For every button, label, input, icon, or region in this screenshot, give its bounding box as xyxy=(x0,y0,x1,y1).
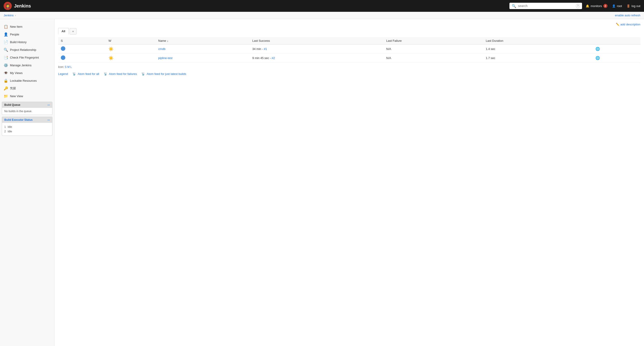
add-description-link[interactable]: ✏️ add description xyxy=(616,23,640,26)
icon-size-l[interactable]: L xyxy=(70,65,72,69)
people-icon: 👤 xyxy=(4,32,8,37)
sidebar-item-lockable-resources[interactable]: 🔒Lockable Resources xyxy=(0,77,54,85)
sidebar-item-new-view[interactable]: 📁New View xyxy=(0,92,54,100)
feed-latest-label: Atom feed for just latest builds xyxy=(146,72,186,76)
last-failure-text: N/A xyxy=(386,47,391,51)
row-actions-cell: 🌐 xyxy=(593,45,640,54)
rss-icon-3: 📡 xyxy=(141,72,145,76)
last-failure-cell: N/A xyxy=(384,54,483,63)
col-w: W xyxy=(106,37,156,45)
logout-icon: 🚪 xyxy=(626,4,630,8)
new-item-icon: 📋 xyxy=(4,24,8,29)
last-duration-text: 1.4 sec xyxy=(486,47,495,51)
feed-all-link[interactable]: 📡 Atom feed for all xyxy=(72,72,99,76)
sidebar-item-people[interactable]: 👤People xyxy=(0,31,54,38)
weather-icon: ☀️ xyxy=(108,47,114,52)
auto-refresh-button[interactable]: enable auto refresh xyxy=(615,14,640,17)
build-queue-header: Build Queue — xyxy=(2,102,52,108)
logout-button[interactable]: 🚪 log out xyxy=(626,4,640,8)
check-file-fingerprint-icon: 📑 xyxy=(4,55,8,60)
view-tabs: All+ xyxy=(58,28,640,35)
sidebar-label-manage-jenkins: Manage Jenkins xyxy=(10,64,32,67)
last-success-build-link[interactable]: #2 xyxy=(272,56,275,60)
search-help-icon[interactable]: ? xyxy=(576,4,580,8)
col-last-success: Last Success xyxy=(250,37,384,45)
tab-all[interactable]: All xyxy=(58,28,69,35)
icon-label: Icon: xyxy=(58,65,64,69)
feed-failures-link[interactable]: 📡 Atom feed for failures xyxy=(104,72,137,76)
main-content: ✏️ add description All+ S W Name ↓ Last … xyxy=(54,19,644,346)
icon-size-s[interactable]: S xyxy=(65,65,66,69)
sidebar-item-new-item[interactable]: 📋New Item xyxy=(0,23,54,31)
history-icon[interactable]: 🌐 xyxy=(596,56,600,60)
side-nav: 📋New Item👤People📄Build History🔍Project R… xyxy=(0,21,54,139)
user-button[interactable]: 👤 root xyxy=(612,4,622,8)
executor-num: 2 xyxy=(4,130,6,133)
header-actions: 🔔 monitors 2 👤 root 🚪 log out xyxy=(586,4,640,8)
search-input[interactable] xyxy=(518,4,574,8)
build-queue-body: No builds in the queue. xyxy=(2,108,52,115)
sidebar-item-project-relationship[interactable]: 🔍Project Relationship xyxy=(0,46,54,54)
breadcrumb: Jenkins › enable auto refresh xyxy=(0,12,644,19)
last-duration-cell: 1.4 sec xyxy=(483,45,593,54)
monitors-badge: 2 xyxy=(604,4,608,8)
build-executor-body: 1 Idle 2 Idle xyxy=(2,123,52,136)
sidebar-label-new-item: New Item xyxy=(10,25,22,28)
project-relationship-icon: 🔍 xyxy=(4,48,8,52)
jenkins-logo-icon: 🤵 xyxy=(4,2,12,10)
executor-row: 2 Idle xyxy=(4,129,50,134)
build-executor-header: Build Executor Status — xyxy=(2,117,52,123)
status-blue-icon xyxy=(61,46,65,51)
last-success-build-link[interactable]: #1 xyxy=(264,47,267,51)
col-name[interactable]: Name ↓ xyxy=(156,37,250,45)
project-link[interactable]: pipline-test xyxy=(158,56,172,60)
projects-table: S W Name ↓ Last Success Last Failure Las… xyxy=(58,37,640,63)
feed-latest-link[interactable]: 📡 Atom feed for just latest builds xyxy=(141,72,186,76)
weather-cell: ☀️ xyxy=(106,45,156,54)
build-executor-collapse[interactable]: — xyxy=(48,119,50,121)
sidebar-item-my-views[interactable]: 👁️My Views xyxy=(0,69,54,77)
executor-status: Idle xyxy=(8,130,12,133)
layout: 📋New Item👤People📄Build History🔍Project R… xyxy=(0,19,644,346)
sort-arrow: ↓ xyxy=(167,39,168,43)
icon-size-m[interactable]: M xyxy=(68,65,70,69)
build-queue-collapse[interactable]: — xyxy=(48,104,50,106)
breadcrumb-left: Jenkins › xyxy=(4,14,16,17)
projects-tbody: ☀️ cmdb 34 min - #1 N/A 1.4 sec 🌐 ☀️ pip… xyxy=(58,45,640,63)
last-duration-text: 1.7 sec xyxy=(486,56,495,60)
build-executor-panel: Build Executor Status — 1 Idle 2 Idle xyxy=(2,117,52,136)
build-history-icon: 📄 xyxy=(4,40,8,44)
table-row: ☀️ pipline-test 9 min 45 sec - #2 N/A 1.… xyxy=(58,54,640,63)
history-icon[interactable]: 🌐 xyxy=(596,47,600,51)
voucher-icon: 🔑 xyxy=(4,86,8,91)
legend-link[interactable]: Legend xyxy=(58,72,68,76)
project-link[interactable]: cmdb xyxy=(158,47,166,51)
table-header-row: S W Name ↓ Last Success Last Failure Las… xyxy=(58,37,640,45)
sidebar-item-build-history[interactable]: 📄Build History xyxy=(0,38,54,46)
last-failure-cell: N/A xyxy=(384,45,483,54)
tab-add[interactable]: + xyxy=(70,28,76,35)
breadcrumb-jenkins-link[interactable]: Jenkins xyxy=(4,14,14,17)
build-executor-title[interactable]: Build Executor Status xyxy=(4,118,33,122)
build-queue-empty: No builds in the queue. xyxy=(4,110,32,113)
weather-icon: ☀️ xyxy=(108,56,114,61)
user-label: root xyxy=(617,4,622,8)
sidebar-item-check-file-fingerprint[interactable]: 📑Check File Fingerprint xyxy=(0,54,54,61)
last-success-cell: 9 min 45 sec - #2 xyxy=(250,54,384,63)
logo-text: Jenkins xyxy=(14,4,31,9)
sidebar-label-project-relationship: Project Relationship xyxy=(10,48,36,52)
search-container: 🔍 ? xyxy=(510,3,582,9)
monitors-button[interactable]: 🔔 monitors 2 xyxy=(586,4,608,8)
my-views-icon: 👁️ xyxy=(4,71,8,75)
last-failure-text: N/A xyxy=(386,56,391,60)
breadcrumb-separator: › xyxy=(15,14,16,17)
bell-icon: 🔔 xyxy=(586,4,589,8)
feed-failures-label: Atom feed for failures xyxy=(109,72,137,76)
sidebar-item-manage-jenkins[interactable]: ⚙️Manage Jenkins xyxy=(0,61,54,69)
logo[interactable]: 🤵 Jenkins xyxy=(4,2,31,10)
user-icon: 👤 xyxy=(612,4,616,8)
status-cell xyxy=(58,45,106,54)
sidebar-label-voucher: 凭据 xyxy=(10,86,16,90)
sidebar-label-people: People xyxy=(10,33,19,36)
sidebar-item-voucher[interactable]: 🔑凭据 xyxy=(0,85,54,92)
